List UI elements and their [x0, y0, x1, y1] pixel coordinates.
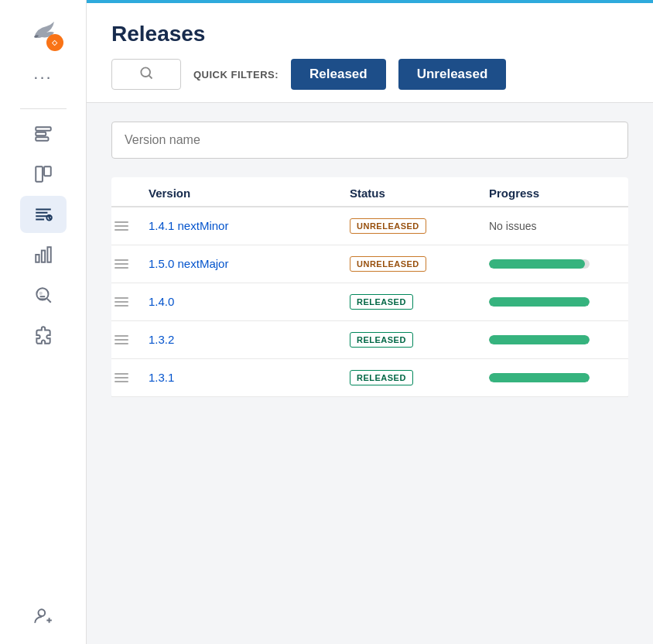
svg-rect-4	[44, 166, 51, 176]
more-menu-button[interactable]: ···	[22, 62, 65, 93]
progress-cell	[489, 297, 628, 307]
svg-line-10	[46, 299, 50, 303]
drag-handle[interactable]	[111, 332, 149, 348]
svg-point-9	[36, 288, 48, 300]
svg-point-11	[39, 292, 42, 295]
sidebar-item-integrations[interactable]	[20, 317, 67, 354]
header-progress: Progress	[489, 187, 628, 200]
table-row: 1.3.2RELEASED	[111, 321, 628, 359]
svg-rect-0	[36, 127, 51, 130]
version-link[interactable]: 1.5.0 nextMajor	[149, 257, 228, 270]
version-link[interactable]: 1.3.1	[149, 371, 174, 384]
status-cell: RELEASED	[350, 332, 489, 348]
progress-bar	[489, 335, 590, 344]
drag-handle[interactable]	[111, 218, 149, 234]
svg-line-18	[149, 75, 152, 78]
sidebar-item-releases[interactable]	[20, 196, 67, 233]
filter-unreleased-button[interactable]: Unreleased	[398, 59, 507, 90]
version-link[interactable]: 1.3.2	[149, 333, 174, 346]
drag-handle-icon[interactable]	[111, 256, 149, 272]
reports-icon	[33, 245, 53, 265]
status-badge: RELEASED	[350, 294, 413, 310]
quick-filters-label: QUICK FILTERS:	[193, 69, 279, 80]
version-name-input[interactable]	[111, 122, 628, 159]
sidebar-divider-top	[20, 108, 67, 109]
drag-handle-icon[interactable]	[111, 370, 149, 385]
table-row: 1.3.1RELEASED	[111, 359, 628, 397]
page-header: Releases QUICK FILTERS: Released Unrelea…	[87, 3, 653, 103]
sidebar: ◇ ···	[0, 0, 87, 644]
drag-handle[interactable]	[111, 294, 149, 310]
svg-rect-7	[41, 251, 44, 262]
drag-handle-icon[interactable]	[111, 294, 149, 310]
status-cell: RELEASED	[350, 370, 489, 385]
progress-bar	[489, 373, 590, 382]
svg-point-17	[141, 67, 150, 77]
progress-bar	[489, 259, 590, 269]
svg-rect-2	[36, 137, 48, 140]
progress-bar-fill	[489, 297, 590, 307]
svg-rect-1	[36, 132, 46, 135]
svg-rect-6	[36, 255, 39, 262]
status-badge: RELEASED	[350, 370, 413, 385]
main-content: Releases QUICK FILTERS: Released Unrelea…	[87, 0, 653, 644]
search-icon	[138, 65, 154, 84]
progress-cell	[489, 373, 628, 382]
search-box[interactable]	[111, 59, 181, 90]
status-cell: RELEASED	[350, 294, 489, 310]
svg-rect-8	[47, 247, 50, 262]
drag-handle[interactable]	[111, 256, 149, 272]
table-row: 1.5.0 nextMajorUNRELEASED	[111, 245, 628, 283]
status-badge: UNRELEASED	[350, 218, 426, 234]
version-cell: 1.3.2	[149, 333, 350, 347]
status-badge: UNRELEASED	[350, 256, 426, 272]
table-row: 1.4.0RELEASED	[111, 283, 628, 321]
sidebar-item-roadmap[interactable]	[20, 115, 67, 152]
sidebar-item-reports[interactable]	[20, 236, 67, 273]
sidebar-item-search[interactable]	[20, 276, 67, 313]
table-rows: 1.4.1 nextMinorUNRELEASEDNo issues1.5.0 …	[111, 207, 628, 397]
roadmap-icon	[33, 124, 53, 144]
integrations-icon	[33, 325, 53, 345]
progress-cell	[489, 259, 628, 269]
filters-row: QUICK FILTERS: Released Unreleased	[111, 59, 628, 90]
drag-handle-icon[interactable]	[111, 332, 149, 348]
progress-bar-fill	[489, 373, 590, 382]
sidebar-item-user[interactable]	[20, 598, 67, 635]
filter-released-button[interactable]: Released	[291, 59, 386, 90]
version-cell: 1.3.1	[149, 371, 350, 385]
status-cell: UNRELEASED	[350, 218, 489, 234]
svg-point-14	[38, 609, 45, 616]
progress-bar-fill	[489, 335, 590, 344]
sidebar-item-board[interactable]	[20, 156, 67, 193]
user-add-icon	[33, 606, 53, 626]
progress-bar-fill	[489, 259, 585, 269]
no-issues-label: No issues	[489, 220, 536, 232]
status-badge: RELEASED	[350, 332, 413, 348]
progress-bar	[489, 297, 590, 307]
logo-badge: ◇	[46, 34, 63, 51]
header-drag	[111, 187, 149, 200]
svg-rect-3	[36, 166, 43, 182]
version-cell: 1.4.0	[149, 295, 350, 309]
header-status: Status	[350, 187, 489, 200]
board-icon	[33, 164, 53, 184]
drag-handle[interactable]	[111, 370, 149, 385]
version-link[interactable]: 1.4.1 nextMinor	[149, 219, 228, 232]
version-cell: 1.5.0 nextMajor	[149, 257, 350, 271]
search-nav-icon	[33, 285, 53, 305]
version-input-row	[111, 103, 628, 171]
version-link[interactable]: 1.4.0	[149, 295, 174, 308]
releases-icon	[33, 204, 53, 224]
table-header: Version Status Progress	[111, 177, 628, 207]
status-cell: UNRELEASED	[350, 256, 489, 272]
content-area: Version Status Progress 1.4.1 nextMinorU…	[87, 103, 653, 644]
progress-cell	[489, 335, 628, 344]
header-version: Version	[149, 187, 350, 200]
page-title: Releases	[111, 22, 628, 46]
releases-table: Version Status Progress 1.4.1 nextMinorU…	[111, 177, 628, 397]
progress-cell: No issues	[489, 219, 628, 233]
version-cell: 1.4.1 nextMinor	[149, 219, 350, 233]
drag-handle-icon[interactable]	[111, 218, 149, 234]
app-logo[interactable]: ◇	[22, 9, 65, 53]
